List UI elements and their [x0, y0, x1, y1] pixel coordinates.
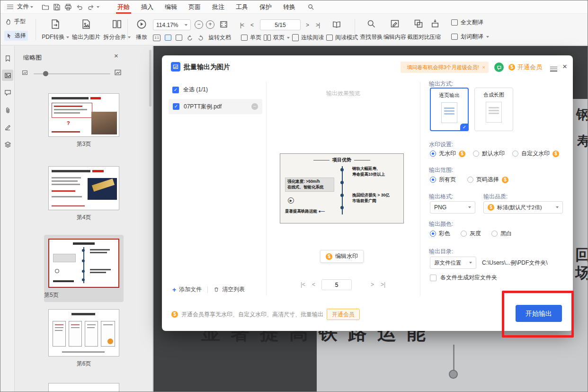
watermark-custom-radio[interactable]: 自定义水印$ — [512, 150, 559, 158]
layers-icon[interactable] — [2, 139, 13, 150]
thumbnail-page-5-selected[interactable]: 第5页 — [44, 235, 124, 302]
zoom-out-button[interactable]: − — [195, 20, 203, 29]
open-icon[interactable] — [40, 2, 51, 12]
quality-dropdown[interactable]: $ 标清(默认尺寸2倍) — [483, 201, 563, 214]
remove-file-icon[interactable]: − — [251, 103, 258, 110]
add-file-button[interactable]: + 添加文件 — [172, 285, 202, 294]
thumbnail-page-4[interactable]: 第4页 — [45, 166, 123, 222]
dialog-menu-icon[interactable] — [550, 65, 557, 72]
tab-convert[interactable]: 转换 — [277, 0, 301, 14]
print-icon[interactable] — [62, 2, 74, 12]
attachment-icon[interactable] — [2, 105, 13, 116]
file-menu-caret[interactable] — [30, 6, 33, 8]
thumbnail-zoom-knob[interactable] — [43, 71, 48, 76]
pen-icon[interactable] — [2, 122, 13, 133]
thumbnail-scrollbar[interactable] — [149, 50, 151, 107]
continuous-read-button[interactable]: 连续阅读 — [292, 34, 324, 42]
fit-height-icon[interactable] — [176, 35, 182, 41]
save-icon[interactable] — [51, 2, 62, 12]
watermark-default-radio[interactable]: 默认水印 — [473, 150, 505, 158]
double-page-button[interactable]: 双页 — [264, 34, 290, 42]
compress-button[interactable]: 压缩 — [426, 17, 444, 43]
file-menu[interactable]: 文件 — [17, 3, 29, 11]
color-color-radio[interactable]: 彩色 — [430, 230, 450, 238]
promo-banner[interactable]: 填问卷有机会得3个月超级会员! × — [401, 62, 489, 73]
hand-tool[interactable]: 手型 — [5, 18, 26, 26]
clear-list-button[interactable]: 清空列表 — [214, 285, 245, 294]
quick-access-caret[interactable] — [97, 6, 99, 8]
rotate-doc-label[interactable]: 旋转文档 — [208, 34, 231, 42]
fit-width-icon[interactable] — [165, 35, 171, 41]
preview-prev-page[interactable]: < — [312, 281, 315, 288]
tab-edit[interactable]: 编辑 — [159, 0, 183, 14]
tab-tools[interactable]: 工具 — [230, 0, 254, 14]
rotate-left-icon[interactable] — [187, 35, 193, 41]
open-member-link[interactable]: $ 开通会员 — [508, 63, 542, 71]
book-view-icon[interactable] — [332, 20, 341, 29]
word-translate-button[interactable]: 划词翻译 — [451, 33, 489, 41]
preview-next-page[interactable]: > — [371, 281, 374, 288]
range-all-radio[interactable]: 所有页 — [430, 176, 456, 184]
open-member-button[interactable]: 开通会员 — [327, 309, 360, 320]
thumbnail-close-icon[interactable]: × — [114, 52, 118, 60]
per-file-folder-checkbox-row[interactable]: 各文件生成对应文件夹 — [430, 274, 497, 282]
full-translate-button[interactable]: 全文翻译 — [451, 18, 483, 27]
output-dir-dropdown[interactable]: 原文件位置 — [430, 257, 476, 269]
tab-protect[interactable]: 保护 — [254, 0, 277, 14]
bookmark-icon[interactable] — [2, 53, 13, 64]
select-all-row[interactable]: ✓ 全选 (1/1) — [172, 86, 208, 94]
edit-watermark-button[interactable]: $ 编辑水印 — [320, 250, 364, 263]
watermark-none-radio[interactable]: 无水印$ — [430, 150, 465, 158]
select-all-checkbox[interactable]: ✓ — [172, 87, 179, 93]
member-coin-icon: $ — [508, 64, 515, 71]
mode-long-image-card[interactable]: 合成长图 — [474, 88, 513, 131]
search-icon[interactable] — [305, 2, 316, 12]
tab-annotate[interactable]: 批注 — [206, 0, 230, 14]
zoom-in-button[interactable]: + — [206, 20, 214, 29]
single-page-button[interactable]: 单页 — [241, 34, 261, 42]
dialog-close-icon[interactable]: × — [562, 62, 567, 71]
last-page-button[interactable]: >| — [316, 22, 320, 28]
thumbnail-page-6[interactable]: 第6页 — [45, 309, 123, 368]
preview-last-page[interactable]: >| — [381, 281, 385, 288]
per-file-folder-checkbox[interactable] — [430, 275, 437, 281]
zoom-large-icon[interactable] — [114, 69, 122, 76]
pdf-convert-button[interactable]: PDF转换 — [40, 17, 71, 43]
edit-content-button[interactable]: 编辑内容 — [383, 17, 407, 43]
play-button[interactable]: 播放 — [131, 17, 152, 43]
service-icon[interactable] — [494, 62, 504, 72]
fit-page-icon[interactable] — [219, 20, 228, 29]
hamburger-menu-icon[interactable] — [4, 2, 16, 12]
actual-size-icon[interactable]: 1:1 — [153, 35, 160, 41]
color-bw-radio[interactable]: 黑白 — [491, 230, 512, 238]
read-mode-button[interactable]: 阅读模式 — [326, 34, 358, 42]
undo-icon[interactable] — [74, 2, 85, 12]
rotate-right-icon[interactable] — [197, 35, 204, 41]
preview-page-input[interactable] — [321, 279, 352, 290]
format-dropdown[interactable]: PNG — [430, 201, 475, 214]
mode-per-page-card[interactable]: 逐页输出 ✓ — [430, 88, 469, 131]
banner-close-icon[interactable]: × — [482, 64, 485, 70]
first-page-button[interactable]: |< — [240, 22, 244, 28]
find-replace-button[interactable]: 查找替换 — [359, 17, 383, 43]
select-tool[interactable]: 选择 — [4, 31, 28, 41]
thumbnail-panel-icon[interactable] — [2, 70, 13, 81]
tab-insert[interactable]: 插入 — [135, 0, 159, 14]
tab-page[interactable]: 页面 — [183, 0, 206, 14]
page-number-input[interactable] — [260, 19, 301, 30]
color-gray-radio[interactable]: 灰度 — [461, 230, 481, 238]
next-page-button[interactable]: > — [306, 22, 309, 28]
tab-home[interactable]: 开始 — [112, 0, 135, 14]
redo-icon[interactable] — [85, 2, 97, 12]
thumbnail-page-partial[interactable] — [45, 383, 123, 392]
export-image-button[interactable]: 输出为图片 — [71, 17, 101, 43]
range-pages-radio[interactable]: 页码选择$ — [467, 176, 508, 184]
zoom-small-icon[interactable] — [22, 70, 28, 76]
thumbnail-page-3[interactable]: ? 第3页 — [45, 93, 123, 148]
comment-icon[interactable] — [2, 87, 13, 98]
prev-page-button[interactable]: < — [250, 22, 253, 28]
zoom-combo[interactable]: 114.17% — [153, 19, 191, 30]
preview-first-page[interactable]: |< — [301, 281, 305, 288]
file-list-item[interactable]: ✓ 07PTT案例.pdf − — [169, 99, 262, 114]
file-checkbox[interactable]: ✓ — [173, 103, 179, 110]
